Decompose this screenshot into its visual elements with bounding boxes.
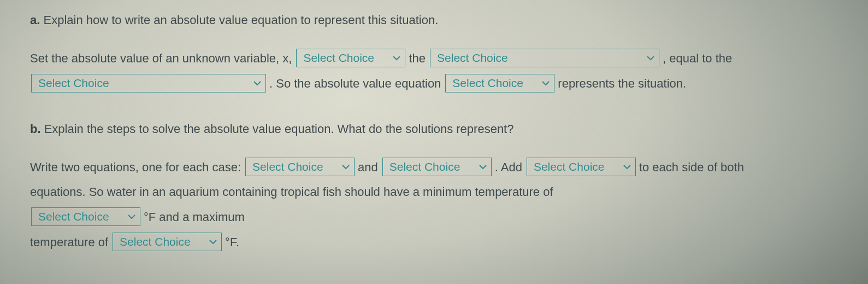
select-label: Select Choice — [534, 158, 605, 176]
text-segment: °F. — [225, 233, 239, 251]
part-b-prompt: Explain the steps to solve the absolute … — [44, 122, 514, 136]
text-segment: and — [358, 158, 378, 176]
part-a-prompt: Explain how to write an absolute value e… — [43, 13, 438, 27]
select-label: Select Choice — [303, 49, 374, 67]
select-label: Select Choice — [252, 158, 323, 176]
text-segment: to each side of both — [639, 158, 744, 176]
text-segment: represents the situation. — [558, 74, 686, 92]
chevron-down-icon — [393, 55, 400, 61]
chevron-down-icon — [128, 214, 135, 219]
text-segment: Write two equations, one for each case: — [30, 158, 241, 176]
select-b2[interactable]: Select Choice — [382, 158, 492, 176]
select-a1[interactable]: Select Choice — [296, 49, 405, 67]
chevron-down-icon — [647, 55, 654, 61]
text-segment: , equal to the — [663, 49, 732, 67]
select-a4[interactable]: Select Choice — [445, 74, 554, 92]
part-b-label: b. — [30, 122, 41, 136]
select-a2[interactable]: Select Choice — [430, 49, 659, 67]
part-a-heading: a. Explain how to write an absolute valu… — [30, 11, 846, 29]
text-segment: temperature of — [30, 233, 108, 251]
chevron-down-icon — [542, 80, 550, 86]
select-a3[interactable]: Select Choice — [31, 74, 266, 92]
select-label: Select Choice — [389, 158, 460, 176]
text-segment: the — [409, 49, 426, 67]
part-b-sentence: Write two equations, one for each case: … — [30, 154, 846, 254]
select-b3[interactable]: Select Choice — [527, 158, 636, 176]
select-label: Select Choice — [120, 233, 191, 251]
chevron-down-icon — [623, 164, 631, 170]
chevron-down-icon — [479, 164, 487, 170]
chevron-down-icon — [253, 80, 261, 86]
text-segment: Set the absolute value of an unknown var… — [30, 49, 292, 67]
part-b-heading: b. Explain the steps to solve the absolu… — [30, 120, 846, 138]
select-label: Select Choice — [38, 208, 109, 225]
text-segment: °F and a maximum — [144, 208, 245, 226]
select-label: Select Choice — [452, 74, 523, 92]
select-b5[interactable]: Select Choice — [113, 233, 222, 251]
part-a-sentence: Set the absolute value of an unknown var… — [30, 45, 846, 96]
select-label: Select Choice — [437, 49, 508, 67]
select-label: Select Choice — [38, 74, 109, 92]
part-a-label: a. — [30, 13, 40, 27]
select-b4[interactable]: Select Choice — [31, 207, 140, 226]
text-segment: . Add — [495, 158, 522, 176]
chevron-down-icon — [209, 239, 217, 245]
chevron-down-icon — [342, 164, 350, 170]
select-b1[interactable]: Select Choice — [245, 158, 355, 176]
text-segment: . So the absolute value equation — [269, 74, 441, 92]
text-segment: equations. So water in an aquarium conta… — [30, 183, 846, 201]
